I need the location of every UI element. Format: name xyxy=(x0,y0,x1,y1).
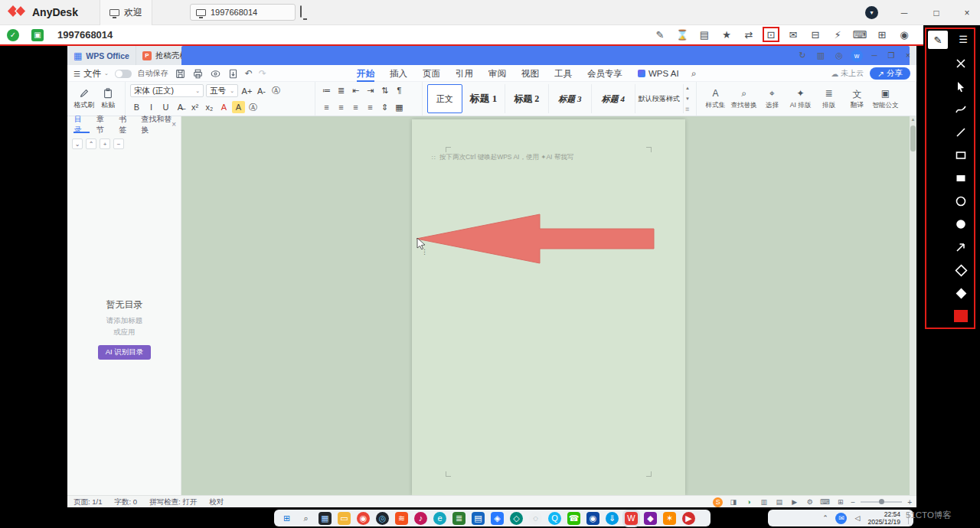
app-red-icon[interactable]: ▶ xyxy=(682,512,695,525)
nav-tab-bookmarks[interactable]: 书签 xyxy=(116,116,136,133)
outdent-icon[interactable]: ⇤ xyxy=(349,84,362,96)
smart-doc-tool[interactable]: ▣智能公文 xyxy=(871,84,900,113)
menu-icon[interactable]: ☰ xyxy=(959,34,968,45)
underline-icon[interactable]: U xyxy=(159,101,172,113)
font-color-icon[interactable]: A xyxy=(217,101,230,113)
ai-layout-tool[interactable]: ✦AI 排版 xyxy=(786,84,815,113)
style-heading-2[interactable]: 标题 2 xyxy=(505,84,549,113)
maximize-button[interactable]: □ xyxy=(922,0,951,25)
wps-close-button[interactable]: × xyxy=(900,46,916,65)
numbering-icon[interactable]: ≣ xyxy=(335,84,348,96)
rectangle-tool[interactable] xyxy=(946,144,975,167)
chrome-icon[interactable]: ◉ xyxy=(357,512,370,525)
style-normal[interactable]: 正文 xyxy=(427,84,462,113)
app-blue-icon[interactable]: ◈ xyxy=(491,512,504,525)
select-tool[interactable]: ⌖选择 xyxy=(758,84,786,113)
font-size-select[interactable]: 五号⌄ xyxy=(206,84,238,97)
close-tool[interactable] xyxy=(946,52,975,75)
chat-icon[interactable]: ✉ xyxy=(785,27,802,42)
monitor-select-icon[interactable]: ⊟ xyxy=(807,27,824,42)
indent-icon[interactable]: ⇥ xyxy=(364,84,377,96)
tray-expand-icon[interactable]: ⌃ xyxy=(819,513,831,524)
keyboard-icon[interactable]: ⌨ xyxy=(820,497,830,507)
save-button[interactable] xyxy=(175,68,186,80)
diamond-filled-tool[interactable] xyxy=(946,282,975,305)
drag-handle-icon[interactable]: ∷ xyxy=(432,155,436,161)
qq-icon[interactable]: Q xyxy=(548,512,561,525)
align-left-icon[interactable]: ≡ xyxy=(320,101,333,113)
tab-wps-ai[interactable]: WPS AI xyxy=(630,65,687,82)
volume-icon[interactable]: ◁ xyxy=(851,513,863,524)
search-icon[interactable]: ⌕ xyxy=(299,512,312,525)
nav-tab-contents[interactable]: 目录 xyxy=(71,116,92,133)
justify-icon[interactable]: ≡ xyxy=(364,101,377,113)
browser-dark-icon[interactable]: ◎ xyxy=(376,512,389,525)
nav-close-icon[interactable]: × xyxy=(172,120,176,129)
ai-recognize-toc-button[interactable]: AI 识别目录 xyxy=(98,345,152,360)
read-mode-icon[interactable]: ▥ xyxy=(759,497,769,507)
italic-icon[interactable]: I xyxy=(145,101,158,113)
tab-tools[interactable]: 工具 xyxy=(547,65,580,82)
align-center-icon[interactable]: ≡ xyxy=(335,101,348,113)
nav-tab-chapters[interactable]: 章节 xyxy=(93,116,114,133)
kdocs-icon[interactable]: S xyxy=(713,497,723,507)
pen-tool-active-button[interactable]: ✎ xyxy=(928,31,948,49)
ellipse-tool[interactable] xyxy=(946,190,975,213)
file-menu-button[interactable]: ☰ 文件 ⌄ xyxy=(74,68,109,80)
autosave-toggle[interactable] xyxy=(115,70,132,78)
undo-button[interactable]: ↶ xyxy=(245,68,253,79)
tab-insert[interactable]: 插入 xyxy=(382,65,415,82)
freehand-pen-tool[interactable] xyxy=(946,98,975,121)
layout-icon[interactable]: ▥ xyxy=(814,49,828,63)
find-replace-tool[interactable]: ⌕查找替换 xyxy=(730,84,758,113)
wps-restore-button[interactable]: ❐ xyxy=(883,46,900,65)
pointer-tool[interactable] xyxy=(946,75,975,98)
browser-navy-icon[interactable]: ◉ xyxy=(586,512,599,525)
actions-icon[interactable]: ⚡ xyxy=(829,27,846,42)
strikethrough-icon[interactable]: A̶ xyxy=(174,101,187,113)
ai-placeholder-row[interactable]: ∷ 按下两次Ctrl 键唤起WPS AI，使用 ✦AI 帮我写 xyxy=(432,153,573,162)
tab-wps-home[interactable]: ▦ WPS Office xyxy=(67,46,136,65)
remove-button[interactable]: − xyxy=(113,139,124,149)
page-mode-icon[interactable]: ▤ xyxy=(774,497,784,507)
file-transfer-icon[interactable]: ⇄ xyxy=(740,27,757,42)
eye-protect-icon[interactable]: ◑ xyxy=(743,497,753,507)
notify-icon[interactable]: ◎ xyxy=(832,49,846,63)
style-heading-1[interactable]: 标题 1 xyxy=(462,84,506,113)
start-icon[interactable]: ⊞ xyxy=(280,512,293,525)
app-orange-icon[interactable]: ≋ xyxy=(395,512,408,525)
play-icon[interactable]: ▶ xyxy=(789,497,799,507)
print-button[interactable] xyxy=(192,68,204,80)
format-painter-button[interactable]: 格式刷 xyxy=(72,84,96,113)
shading-icon[interactable]: ▦ xyxy=(393,101,406,113)
record-session-icon[interactable]: ◉ xyxy=(896,27,913,42)
tray-chat-icon[interactable]: ✉ xyxy=(835,513,847,524)
rectangle-filled-tool[interactable] xyxy=(946,167,975,190)
sort-icon[interactable]: ⇅ xyxy=(378,84,391,96)
session-info-icon[interactable]: ⌛ xyxy=(674,27,691,42)
tab-page[interactable]: 页面 xyxy=(415,65,448,82)
minimize-button[interactable]: ─ xyxy=(890,0,919,25)
line-spacing-icon[interactable]: ⇕ xyxy=(378,101,391,113)
wps-icon[interactable]: W xyxy=(625,512,638,525)
font-decrease-icon[interactable]: A- xyxy=(255,85,268,97)
highlight-icon[interactable]: A xyxy=(232,101,245,113)
edge-icon[interactable]: e xyxy=(433,512,446,525)
tab-view[interactable]: 视图 xyxy=(514,65,547,82)
redo-button[interactable]: ↷ xyxy=(259,68,266,79)
tab-review[interactable]: 审阅 xyxy=(481,65,514,82)
scrollbar-thumb[interactable] xyxy=(910,125,916,152)
ribbon-search-icon[interactable]: ⌕ xyxy=(687,68,701,79)
tab-reference[interactable]: 引用 xyxy=(448,65,481,82)
proofread-button[interactable]: 校对 xyxy=(209,497,224,507)
share-button[interactable]: ↗ 分享 xyxy=(870,67,910,80)
bold-icon[interactable]: B xyxy=(130,101,143,113)
word-count[interactable]: 字数: 0 xyxy=(115,497,138,507)
font-increase-icon[interactable]: A+ xyxy=(240,85,253,97)
paragraph-mark-icon[interactable]: ¶ xyxy=(393,84,406,96)
style-heading-3[interactable]: 标题 3 xyxy=(549,84,593,113)
document-canvas[interactable]: ∷ 按下两次Ctrl 键唤起WPS AI，使用 ✦AI 帮我写 ⋮ xyxy=(181,116,910,495)
style-heading-4[interactable]: 标题 4 xyxy=(592,84,635,113)
download-icon[interactable]: ⇓ xyxy=(606,512,619,525)
layout-tool[interactable]: ≣排版 xyxy=(815,84,843,113)
